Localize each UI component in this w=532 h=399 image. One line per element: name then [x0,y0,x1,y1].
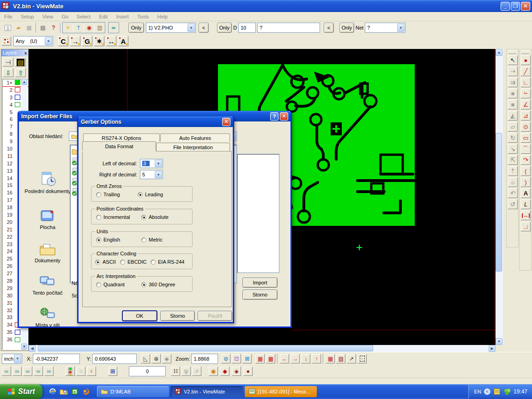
tool-circle-icon[interactable]: ⊙ [520,121,531,132]
layer-color-swatch[interactable] [15,80,20,85]
diamond-pad-icon[interactable]: ◆ [220,366,230,376]
import-queue-list[interactable] [237,154,279,273]
grid-add-icon[interactable]: ▦ [325,354,335,364]
language-indicator[interactable]: EN [474,389,481,394]
tray-notes-icon[interactable] [493,388,501,395]
flash-pad-icon[interactable]: ◉ [208,366,218,376]
context-help-icon[interactable]: ? [48,23,59,33]
scroll-left-icon[interactable]: ◀ [29,345,36,352]
prev-net-button[interactable]: < [324,23,334,33]
layer-color-swatch[interactable] [15,87,20,92]
place-computer[interactable]: Tento počítač [24,275,72,296]
menu-help[interactable]: Help [153,13,172,20]
hscroll-thumb[interactable] [38,345,373,351]
zoom-in-icon[interactable]: ⊙ [221,354,231,364]
dcode-input[interactable]: 10 [238,23,256,33]
radio-360-degree[interactable]: 360 Degree [141,282,175,287]
tool-settings-icon[interactable]: ☼ [508,177,518,187]
start-button[interactable]: Start [0,384,42,399]
quicklaunch-search-folder-icon[interactable] [59,387,68,396]
canvas-vscrollbar[interactable]: ▲ ▼ [496,49,503,345]
tool-curve-small-icon[interactable]: ) [520,177,531,187]
tab-rs274x[interactable]: RS274-X Options [83,133,160,142]
radio-absolute[interactable]: Absolute [141,214,169,220]
dot-pad-icon[interactable]: ● [243,366,253,376]
radio-incremental[interactable]: Incremental [96,214,130,220]
ok-button[interactable]: OK [122,311,157,321]
import-button[interactable]: Import [242,278,278,288]
tool-square-fill2-icon[interactable]: ■ [508,99,518,110]
quicklaunch-green-book-icon[interactable] [70,387,79,396]
grid-value-field[interactable]: 0 [129,366,166,376]
only-dcode-button[interactable]: Only [217,23,232,33]
menu-go[interactable]: Go [57,13,73,20]
tool-text-icon[interactable]: A [520,188,531,199]
layer-combo-arrow-icon[interactable]: ▼ [187,24,195,32]
diamond-alt-icon[interactable]: ◈ [231,366,242,376]
gerber-dialog-titlebar[interactable]: Gerber Options ✕ [79,116,233,127]
left-decimal-combo[interactable]: 3 ▼ [140,159,163,168]
radio-ascii[interactable]: ASCII [95,259,116,265]
tab-file-interpretation[interactable]: File Interpretation [156,143,230,151]
tool-rectangle-icon[interactable]: ▭ [520,133,531,143]
view-blocks-icon[interactable]: ∞ [23,366,33,376]
tool-label-l-icon[interactable]: L [520,199,531,210]
canvas-hscrollbar[interactable]: ◀ ▶ [29,345,496,352]
tool-arc-icon[interactable]: ⌒ [520,144,531,154]
clock[interactable]: 19:47 [514,388,527,395]
target-snap-icon[interactable]: ◉ [84,23,94,33]
probe-measure-icon[interactable]: † [73,23,84,33]
view-pads-icon[interactable]: ∞ [1,366,12,376]
dcode-query-input[interactable]: ? [257,23,320,33]
anchor-icon[interactable]: ψ [181,366,191,376]
import-cancel-button[interactable]: Storno [242,290,278,300]
scroll-right-icon[interactable]: ▶ [489,345,496,352]
tray-clover-icon[interactable] [503,388,511,395]
pan-up-icon[interactable]: ↑ [311,354,321,364]
lamp-off-icon[interactable]: ○ [76,366,86,376]
print-icon[interactable]: ▤ [38,23,48,33]
palette-handle[interactable] [521,50,529,54]
tool-copy-move-icon[interactable]: ⇢ [508,66,518,77]
redraw-flash-icon[interactable]: ✶ [63,23,73,33]
tool-align-icon[interactable]: ⇱ [508,155,518,165]
tool-move-items-icon[interactable]: ⇉ [508,77,518,88]
tool-corner-down-icon[interactable]: ∟ [520,221,531,232]
layer-color-swatch[interactable] [15,330,20,335]
scroll-down-icon[interactable]: ▼ [496,338,502,345]
palette-handle[interactable] [508,50,516,54]
origin-target-icon[interactable]: ⊕ [151,354,161,364]
pan-right-icon[interactable]: → [290,354,300,364]
layers-panel-titlebar[interactable]: Layers x [1,49,28,56]
stretch-move-icon[interactable]: ↗ [346,354,357,364]
zoom-field[interactable]: 1.8868 [191,354,218,364]
move-layer-down-icon[interactable]: ⇩ [2,68,14,78]
new-file-icon[interactable]: ▯ [3,23,13,33]
tool-pointer-icon[interactable]: ↖ [508,55,518,66]
net-combo[interactable]: ? ▼ [365,23,405,33]
tool-square-fill-icon[interactable]: ■ [508,88,518,99]
menu-insert[interactable]: Insert [112,13,133,20]
menu-select[interactable]: Select [73,13,95,20]
menu-view[interactable]: View [38,13,57,20]
minimize-button[interactable]: _ [501,2,510,11]
taskbar-task-1[interactable]: V2.bin - ViewMate [171,386,243,397]
lamp-probe-icon[interactable]: ♀ [86,366,97,376]
radio-ebcdic[interactable]: EBCDIC [120,259,147,265]
view-sketch-icon[interactable]: ∞ [44,366,54,376]
tool-step-repeat-icon[interactable]: ⇡ [508,166,518,176]
import-close-icon[interactable]: ✕ [280,112,288,121]
tool-pad-dot-icon[interactable]: ● [520,55,531,66]
quicklaunch-internet-explorer-icon[interactable] [48,387,57,396]
zoom-window-icon[interactable]: ⊡ [231,354,242,364]
save-file-icon[interactable]: ▦ [24,23,34,33]
left-decimal-arrow-icon[interactable]: ▼ [155,160,162,167]
dcode-letter-button-5[interactable]: A [118,36,129,47]
dcode-letter-button-1[interactable]: → [70,36,81,47]
tray-chevron-icon[interactable]: < [484,388,490,395]
dot-matrix-icon[interactable]: ∷ [170,366,181,376]
place-network[interactable]: Místa v síti [24,307,72,328]
place-recent[interactable]: Poslední dokumenty [24,171,72,194]
layer-color-swatch[interactable] [15,337,20,342]
dcode-letter-button-3[interactable]: ∗ [94,36,105,47]
